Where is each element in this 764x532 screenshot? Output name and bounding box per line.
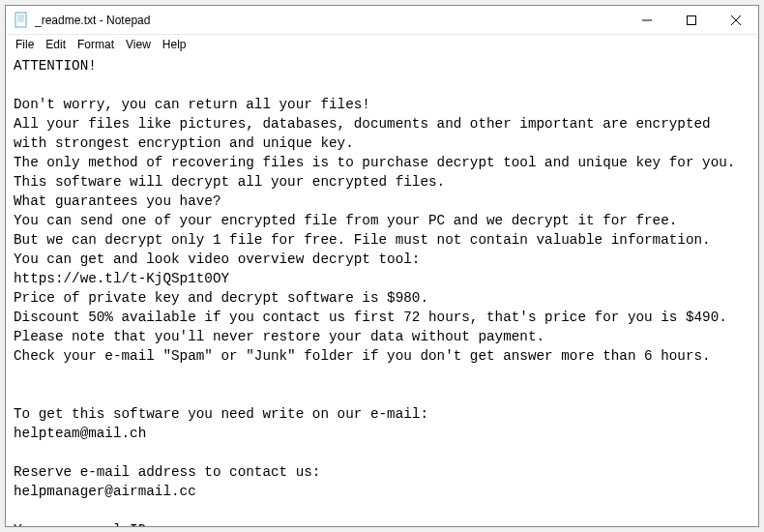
document-text: ATTENTION! Don't worry, you can return a… <box>14 58 735 526</box>
menu-help[interactable]: Help <box>157 36 192 53</box>
window-controls <box>625 6 758 34</box>
menubar: File Edit Format View Help <box>6 35 758 54</box>
text-area[interactable]: ATTENTION! Don't worry, you can return a… <box>6 54 758 526</box>
menu-format[interactable]: Format <box>72 36 120 53</box>
menu-file[interactable]: File <box>10 36 40 53</box>
notepad-window: _readme.txt - Notepad File Edit Format V… <box>5 5 759 527</box>
menu-view[interactable]: View <box>120 36 157 53</box>
minimize-button[interactable] <box>625 6 669 34</box>
svg-rect-6 <box>688 15 696 24</box>
maximize-button[interactable] <box>669 6 714 34</box>
close-button[interactable] <box>714 6 758 34</box>
notepad-icon <box>14 11 29 30</box>
titlebar: _readme.txt - Notepad <box>6 6 758 35</box>
menu-edit[interactable]: Edit <box>40 36 72 53</box>
window-title: _readme.txt - Notepad <box>35 14 625 27</box>
